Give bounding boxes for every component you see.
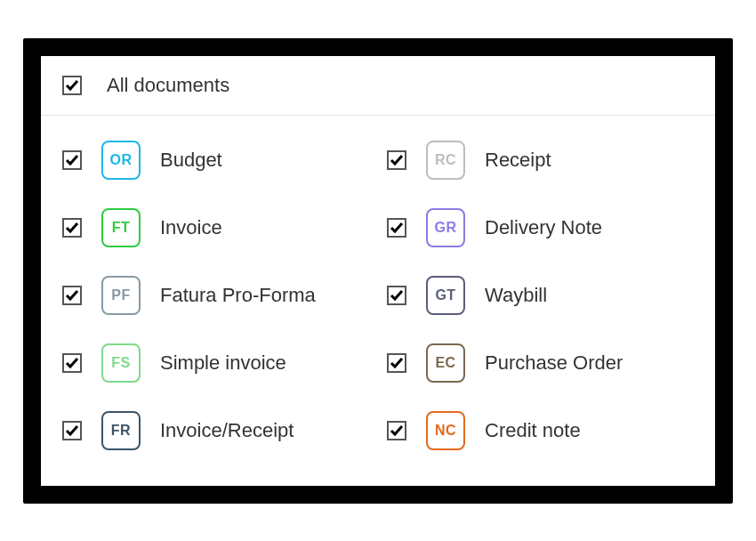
document-code-badge: NC (426, 411, 465, 450)
document-label: Invoice (160, 216, 222, 239)
check-icon (65, 356, 79, 370)
document-code-badge: RC (426, 141, 465, 180)
check-icon (65, 78, 79, 93)
check-icon (65, 221, 79, 235)
document-code-badge: PF (101, 276, 141, 315)
document-code-badge: GR (426, 208, 465, 247)
document-item: ORBudget (62, 126, 369, 194)
document-label: Simple invoice (160, 351, 286, 375)
document-item: NCCredit note (387, 397, 694, 464)
document-checkbox[interactable] (62, 286, 82, 305)
document-label: Budget (160, 149, 222, 172)
document-checkbox[interactable] (387, 353, 406, 373)
document-code-badge: EC (426, 343, 465, 383)
check-icon (65, 424, 79, 438)
document-item: FRInvoice/Receipt (62, 397, 369, 464)
outer-frame: All documents ORBudgetRCReceiptFTInvoice… (23, 38, 733, 504)
document-item: GRDelivery Note (387, 194, 694, 262)
document-label: Delivery Note (485, 216, 602, 239)
document-checkbox[interactable] (62, 353, 82, 373)
documents-panel: All documents ORBudgetRCReceiptFTInvoice… (41, 56, 715, 486)
document-checkbox[interactable] (62, 150, 82, 170)
document-label: Fatura Pro-Forma (160, 284, 316, 307)
check-icon (390, 288, 404, 303)
document-label: Invoice/Receipt (160, 419, 294, 442)
document-label: Waybill (485, 284, 547, 307)
document-list: ORBudgetRCReceiptFTInvoiceGRDelivery Not… (41, 116, 715, 486)
check-icon (390, 356, 404, 370)
document-checkbox[interactable] (387, 150, 406, 170)
header-title: All documents (107, 74, 229, 97)
document-label: Credit note (485, 419, 581, 442)
document-checkbox[interactable] (62, 421, 82, 440)
document-item: FSSimple invoice (62, 329, 369, 397)
check-icon (65, 153, 79, 167)
document-code-badge: FT (101, 208, 141, 247)
document-item: PFFatura Pro-Forma (62, 262, 369, 329)
select-all-checkbox[interactable] (62, 76, 82, 95)
document-item: ECPurchase Order (387, 329, 694, 397)
document-item: RCReceipt (387, 126, 694, 194)
document-code-badge: FS (101, 343, 141, 383)
check-icon (65, 288, 79, 303)
document-label: Receipt (485, 149, 551, 172)
document-checkbox[interactable] (387, 218, 406, 238)
document-checkbox[interactable] (387, 286, 406, 305)
document-code-badge: OR (101, 141, 141, 180)
header: All documents (41, 56, 715, 116)
document-item: FTInvoice (62, 194, 369, 262)
document-code-badge: GT (426, 276, 465, 315)
check-icon (390, 221, 404, 235)
document-checkbox[interactable] (62, 218, 82, 238)
check-icon (390, 153, 404, 167)
document-checkbox[interactable] (387, 421, 406, 440)
check-icon (390, 424, 404, 438)
document-code-badge: FR (101, 411, 141, 450)
document-label: Purchase Order (485, 351, 623, 375)
document-item: GTWaybill (387, 262, 694, 329)
